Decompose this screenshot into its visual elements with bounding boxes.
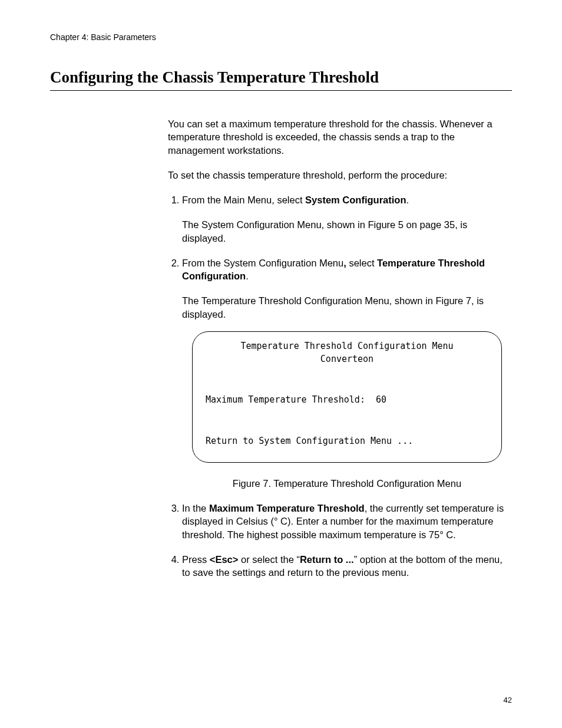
body-column: You can set a maximum temperature thresh… [168,117,512,579]
page-container: Chapter 4: Basic Parameters Configuring … [0,0,562,728]
figure-caption: Figure 7. Temperature Threshold Configur… [182,477,512,490]
procedure-list: From the Main Menu, select System Config… [168,193,512,579]
step-4-esc: <Esc> [210,554,239,565]
step-4-pre: Press [182,554,210,565]
menu-max-temp-line: Maximum Temperature Threshold: 60 [206,394,488,407]
step-2-body: The Temperature Threshold Configuration … [182,294,512,321]
step-3-pre: In the [182,503,209,513]
intro-paragraph-1: You can set a maximum temperature thresh… [168,117,512,157]
menu-spacer [206,407,488,435]
menu-subtitle: Converteon [206,353,488,366]
step-3-bold: Maximum Temperature Threshold [209,503,365,513]
intro-paragraph-2: To set the chassis temperature threshold… [168,169,512,182]
menu-title: Temperature Threshold Configuration Menu [206,340,488,353]
step-3: In the Maximum Temperature Threshold, th… [182,502,512,541]
step-2: From the System Configuration Menu, sele… [182,256,512,490]
step-1-text-pre: From the Main Menu, select [182,195,305,205]
step-2-text-post: . [246,271,249,281]
menu-return-line: Return to System Configuration Menu ... [206,435,488,448]
step-1-bold: System Configuration [305,195,406,205]
step-1: From the Main Menu, select System Config… [182,193,512,245]
step-1-text-post: . [406,195,409,205]
page-number: 42 [504,696,512,704]
section-title: Configuring the Chassis Temperature Thre… [50,68,512,91]
step-4: Press <Esc> or select the “Return to ...… [182,553,512,579]
chapter-header: Chapter 4: Basic Parameters [50,32,512,42]
menu-spacer [206,365,488,394]
terminal-menu-box: Temperature Threshold Configuration Menu… [192,331,502,463]
step-2-mid: select [346,258,377,268]
step-2-text-pre: From the System Configuration Menu [182,258,343,268]
step-1-body: The System Configuration Menu, shown in … [182,218,512,245]
step-4-return: Return to ... [300,554,354,565]
step-4-mid1: or select the “ [238,554,300,565]
